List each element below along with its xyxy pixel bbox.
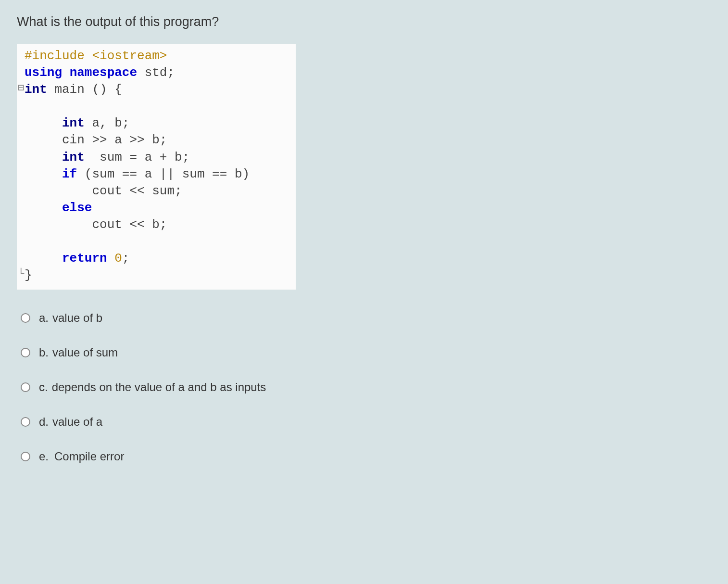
option-letter: b. <box>39 346 49 359</box>
code-l2-rest: std; <box>137 65 175 80</box>
option-letter: c. <box>39 381 48 394</box>
option-text: value of a <box>52 415 102 429</box>
fold-close-icon: └ <box>17 267 24 284</box>
radio-icon[interactable] <box>21 348 30 357</box>
code-l3-rest: main () { <box>47 82 122 97</box>
code-l11: cout << b; <box>92 217 167 232</box>
code-l5-type: int <box>62 116 85 130</box>
option-text: value of sum <box>52 346 118 359</box>
quiz-container: What is the output of this program? #inc… <box>0 0 728 499</box>
code-l13-num: 0 <box>107 251 122 266</box>
radio-icon[interactable] <box>21 452 30 461</box>
code-l2-kw1: using <box>25 65 62 80</box>
code-l7-rest: sum = a + b; <box>85 150 189 165</box>
code-l8-rest: (sum == a || sum == b) <box>77 167 250 181</box>
code-l7-type: int <box>62 150 85 165</box>
options-list: a. value of b b. value of sum c. depends… <box>17 311 711 463</box>
code-l8-kw: if <box>62 167 77 181</box>
option-d[interactable]: d. value of a <box>21 415 711 429</box>
option-a[interactable]: a. value of b <box>21 311 711 325</box>
radio-icon[interactable] <box>21 313 30 323</box>
radio-icon[interactable] <box>21 382 30 392</box>
code-l3-type: int <box>25 82 47 97</box>
code-l13-rest: ; <box>122 251 130 266</box>
code-l13-kw: return <box>62 251 107 266</box>
fold-open-icon: ⊟ <box>17 81 24 98</box>
option-text: Compile error <box>54 450 124 463</box>
code-l4 <box>24 98 25 115</box>
code-l9: cout << sum; <box>92 184 182 198</box>
code-block: #include <iostream> using namespace std;… <box>17 44 296 290</box>
option-text: depends on the value of a and b as input… <box>52 381 266 394</box>
option-b[interactable]: b. value of sum <box>21 346 711 359</box>
code-l5-rest: a, b; <box>85 116 130 130</box>
question-text: What is the output of this program? <box>17 14 711 29</box>
code-l14: } <box>24 267 32 284</box>
option-letter: d. <box>39 415 49 429</box>
option-text: value of b <box>52 311 102 325</box>
code-l1: #include <iostream> <box>25 49 167 63</box>
code-l12 <box>24 233 25 250</box>
code-l10-kw: else <box>62 201 92 215</box>
option-letter: a. <box>39 311 49 325</box>
code-l2-kw2: namespace <box>70 65 137 80</box>
radio-icon[interactable] <box>21 417 30 427</box>
option-letter: e. <box>39 450 49 463</box>
option-e[interactable]: e. Compile error <box>21 450 711 463</box>
code-l6: cin >> a >> b; <box>62 133 167 147</box>
option-c[interactable]: c. depends on the value of a and b as in… <box>21 381 711 394</box>
